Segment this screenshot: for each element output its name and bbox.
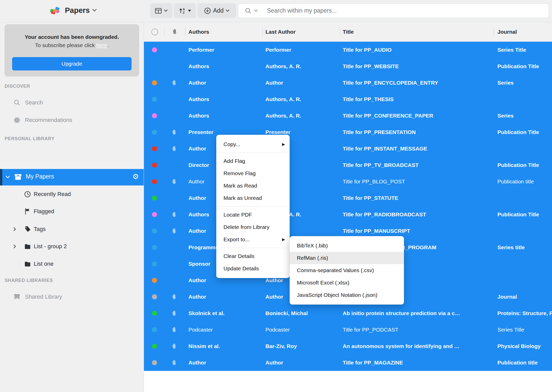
column-header-title[interactable]: Title [343, 22, 354, 42]
menu-item-mark-as-unread[interactable]: Mark as Unread [216, 192, 290, 204]
table-row[interactable]: AuthorAuthorTitle for PP_ENCYCLOPEDIA_EN… [144, 75, 552, 91]
table-row[interactable]: AuthorsAuthors, A. R.Title for PP_THESIS [144, 91, 552, 108]
table-row[interactable]: PresenterPresenterTitle for PP_PRESENTAT… [144, 124, 552, 140]
status-dot [152, 179, 157, 184]
sidebar-item-flagged[interactable]: Flagged [0, 206, 144, 217]
sidebar-item-recommendations[interactable]: Recommendations [0, 114, 144, 126]
table-row[interactable]: AuthorsAuthors, A. R.Title for PP_WEBSIT… [144, 58, 552, 75]
table-row[interactable]: Skolnick et al.Boniecki, MichalAb initio… [144, 305, 552, 322]
folder-icon [24, 260, 31, 268]
cell-last-author: Bar-Ziv, Roy [265, 338, 341, 354]
column-divider [494, 27, 494, 37]
menu-item-locate-pdf[interactable]: Locate PDF [216, 209, 290, 221]
flag-icon [24, 208, 31, 215]
status-dot [152, 311, 157, 316]
cell-journal: Journal [497, 289, 552, 305]
sidebar-item-list-one[interactable]: List one [0, 258, 144, 270]
search-scope-chevron-icon[interactable] [254, 10, 258, 12]
submenu-item-xlsx[interactable]: Microsoft Excel (.xlsx) [290, 277, 404, 289]
papers-logo-icon[interactable] [50, 6, 60, 16]
app-title[interactable]: Papers [65, 6, 90, 15]
cell-last-author: Authors, A. R. [265, 91, 341, 108]
sidebar: Your account has been downgraded. To sub… [0, 22, 144, 392]
status-dot [152, 47, 157, 52]
table-row[interactable]: AuthorAuthorTitle for PP_STATUTE [144, 190, 552, 206]
view-layout-button[interactable] [150, 3, 172, 18]
subscribe-here-link[interactable]: here [96, 42, 107, 48]
submenu-item-json[interactable]: JavaScript Object Notation (.json) [290, 289, 404, 301]
chevron-right-icon[interactable] [13, 227, 16, 231]
attachment-icon [170, 178, 177, 185]
gear-icon[interactable]: ⚙ [132, 172, 139, 181]
sidebar-item-shared-library[interactable]: Shared Library [0, 291, 144, 303]
table-row[interactable]: DirectorDirectorTitle for PP_TV_BROADCAS… [144, 157, 552, 173]
menu-item-add-flag[interactable]: Add Flag [216, 155, 290, 167]
upgrade-button[interactable]: Upgrade [12, 57, 132, 70]
status-dot [152, 97, 157, 102]
menu-item-mark-as-read[interactable]: Mark as Read [216, 180, 290, 192]
sidebar-item-search[interactable]: Search [0, 97, 144, 109]
cell-title: Ab initio protein structure prediction v… [343, 305, 495, 322]
search-input[interactable]: Search within my papers... [238, 3, 549, 18]
attachment-icon [170, 211, 177, 218]
menu-item-delete-from-library[interactable]: Delete from Library [216, 221, 290, 233]
section-discover: DISCOVER [5, 84, 30, 89]
table-row[interactable]: AuthorsAuthors, A. R.Title for PP_CONFER… [144, 108, 552, 124]
cell-title: Title for PP_PODCAST [343, 322, 495, 338]
cell-journal [497, 140, 552, 157]
menu-item-remove-flag[interactable]: Remove Flag [216, 167, 290, 180]
column-header-authors[interactable]: Authors [188, 22, 209, 42]
menu-item-export-to[interactable]: Export to...▶ [216, 233, 290, 246]
sidebar-item-list-group-2[interactable]: List - group 2 [0, 240, 144, 252]
menu-item-update-details[interactable]: Update Details [216, 262, 290, 275]
table-row[interactable]: AuthorAuthorTitle for PP_INSTANT_MESSAGE [144, 140, 552, 157]
cell-journal: Series [497, 75, 552, 91]
top-toolbar: Papers A Z Add Search [0, 0, 552, 22]
cell-last-author: Author [265, 354, 341, 371]
account-downgraded-notice: Your account has been downgraded. To sub… [5, 24, 139, 76]
column-header-last-author[interactable]: Last Author [265, 22, 296, 42]
submenu-item-refman[interactable]: RefMan (.ris) [290, 252, 404, 264]
sidebar-item-recently-read[interactable]: Recently Read [0, 188, 144, 200]
cell-last-author: Boniecki, Michal [265, 305, 341, 322]
sort-az-icon: A Z [179, 7, 186, 14]
table-row[interactable]: AuthorAuthorTitle for PP_MAGAZINEPublica… [144, 354, 552, 371]
column-header-journal[interactable]: Journal [497, 22, 517, 42]
table-row[interactable]: PerformerPerformerTitle for PP_AUDIOSeri… [144, 42, 552, 58]
table-row[interactable]: AuthorAuthorTitle for PP_BLOG_POSTPublic… [144, 173, 552, 190]
menu-item-copy[interactable]: Copy...▶ [216, 138, 290, 150]
cell-journal: Series Title [497, 42, 552, 58]
cell-title: Title for PP_RADIOBROADCAST [343, 206, 495, 223]
status-dot [152, 130, 157, 135]
cell-journal [497, 272, 552, 289]
select-all-circle-icon[interactable] [151, 28, 158, 35]
status-dot [152, 163, 157, 168]
chevron-right-icon[interactable] [13, 244, 16, 248]
status-dot [152, 327, 157, 332]
status-dot [152, 344, 157, 349]
sidebar-item-tags[interactable]: Tags [0, 223, 144, 235]
cell-last-author: Podcaster [265, 322, 341, 338]
add-button[interactable]: Add [197, 3, 236, 18]
sidebar-item-my-papers[interactable]: My Papers ⚙ [0, 169, 144, 185]
cell-title: Title for PP_BLOG_POST [343, 173, 495, 190]
submenu-item-bibtex[interactable]: BibTeX (.bib) [290, 239, 404, 252]
library-box-icon [14, 173, 22, 181]
sort-button[interactable]: A Z [174, 3, 196, 18]
add-button-label: Add [213, 7, 224, 14]
sidebar-item-label: List one [34, 261, 54, 267]
cell-journal: Proteins: Structure, Function, and Bioin… [497, 305, 552, 322]
table-row[interactable]: AuthorsAuthors, A. R.Title for PP_RADIOB… [144, 206, 552, 223]
column-divider [262, 27, 263, 37]
table-row[interactable]: PodcasterPodcasterTitle for PP_PODCASTSe… [144, 322, 552, 338]
attachment-column-icon[interactable] [171, 28, 178, 35]
svg-text:A: A [183, 8, 185, 11]
menu-item-clear-details[interactable]: Clear Details [216, 250, 290, 262]
table-row[interactable]: Nissim et al.Bar-Ziv, RoyAn autonomous s… [144, 338, 552, 354]
cell-authors: Authors [188, 108, 263, 124]
cell-authors: Nissim et al. [188, 338, 263, 354]
menu-divider [216, 248, 290, 248]
chevron-down-icon[interactable] [6, 176, 10, 179]
cell-title: An autonomous system for identifying and… [343, 338, 495, 354]
submenu-item-csv[interactable]: Comma-separated Values (.csv) [290, 264, 404, 277]
